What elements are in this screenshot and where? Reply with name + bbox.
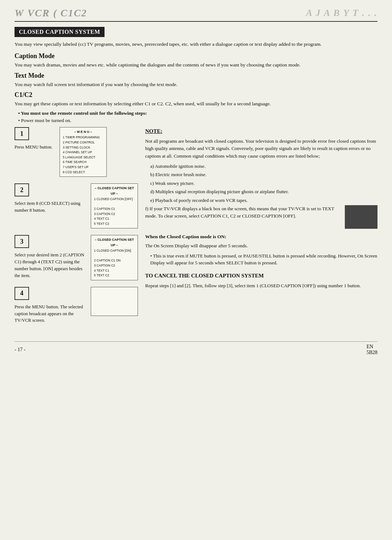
footer-page: - 17 - xyxy=(15,347,25,353)
note-item-d: d) Multiplex signal reception displaying… xyxy=(150,188,377,195)
step-1-menu-item-2: 2 PICTURE CONTROL xyxy=(63,140,103,145)
note-title: NOTE: xyxy=(145,127,377,135)
black-screen-box xyxy=(345,205,377,229)
on-para: The On Screen Display will disappear aft… xyxy=(145,242,377,249)
step-3-desc: Select your desired item 2 (CAPTION C1) … xyxy=(15,252,86,279)
footer: - 17 - EN 5B28 xyxy=(15,341,377,356)
note-item-f-section: f) If your TV/VCR displays a black box o… xyxy=(145,205,377,229)
step-2-menu-item-1: 1 CLOSED CAPTION [OFF] xyxy=(94,197,135,202)
step-3-menu-item-2 xyxy=(94,253,135,259)
note-item-b: b) Electric motor brush noise. xyxy=(150,171,377,178)
step-2-left: 2 Select item 8 (CCD SELECT) using numbe… xyxy=(15,183,86,214)
step-3-num: 3 xyxy=(15,235,29,248)
step-1-menu-item-5: 5 LANGUAGE SELECT xyxy=(63,155,103,160)
step-1: 1 Press MENU button. – M E N U – 1 TIMER… xyxy=(15,127,138,177)
step-4: 4 Press the MENU button. The selected ca… xyxy=(15,287,138,324)
step-3-menu-item-4: 3 CAPTION C2 xyxy=(94,263,135,268)
steps-column: 1 Press MENU button. – M E N U – 1 TIMER… xyxy=(15,127,138,330)
step-1-menu: – M E N U – 1 TIMER PROGRAMMING 2 PICTUR… xyxy=(60,127,107,177)
step-2-num: 2 xyxy=(15,183,29,196)
cancel-heading: TO CANCEL THE CLOSED CAPTION SYSTEM xyxy=(145,272,377,280)
step-1-num: 1 xyxy=(15,127,29,140)
step-2-menu-item-3: 2 CAPTION C1 xyxy=(94,207,135,212)
text-mode-text: You may watch full screen text informati… xyxy=(15,81,377,88)
text-mode-section: Text Mode You may watch full screen text… xyxy=(15,72,377,88)
step-3-menu-item-6: 5 TEXT C2 xyxy=(94,273,135,278)
caption-mode-section: Caption Mode You may watch dramas, movie… xyxy=(15,52,377,69)
cancel-text: Repeat steps [1] and [2]. Then, follow s… xyxy=(145,282,377,289)
top-header: W VCR ( C1C2 A J A B Y T . . . xyxy=(15,7,377,22)
header-left: W VCR ( C1C2 xyxy=(15,7,87,19)
step-3-left: 3 Select your desired item 2 (CAPTION C1… xyxy=(15,235,86,279)
c1c2-section: C1/C2 You may get these captions or text… xyxy=(15,91,377,107)
step-2-menu-item-2 xyxy=(94,202,135,207)
step-2-menu-item-5: 4 TEXT C1 xyxy=(94,216,135,222)
footer-lang: EN xyxy=(367,344,377,350)
note-para: Not all programs are broadcast with clos… xyxy=(145,138,377,159)
caption-mode-heading: Caption Mode xyxy=(15,52,377,60)
step-3-menu-item-1: 1 CLOSED CAPTION [ON] xyxy=(94,248,135,253)
footer-code: 5B28 xyxy=(367,350,377,356)
note-section: NOTE: Not all programs are broadcast wit… xyxy=(145,127,377,330)
step-2-menu-item-4: 3 CAPTION C2 xyxy=(94,212,135,217)
footer-right: EN 5B28 xyxy=(367,344,377,356)
step-1-desc: Press MENU button. xyxy=(15,144,53,151)
text-mode-heading: Text Mode xyxy=(15,72,377,80)
step-4-left: 4 Press the MENU button. The selected ca… xyxy=(15,287,86,324)
page: W VCR ( C1C2 A J A B Y T . . . CLOSED CA… xyxy=(0,0,392,540)
step-3-menu-item-5: 4 TEXT C1 xyxy=(94,268,135,273)
step-3-menu: – CLOSED CAPTION SET UP – 1 CLOSED CAPTI… xyxy=(91,235,138,280)
c1c2-text: You may get these captions or text infor… xyxy=(15,100,377,107)
step-4-desc: Press the MENU button. The selected capt… xyxy=(15,304,86,324)
on-bullet: • This is true even if MUTE button is pr… xyxy=(150,252,377,267)
step-1-menu-item-4: 4 CHANNEL SET UP xyxy=(63,150,103,155)
note-item-c: c) Weak snowy picture. xyxy=(150,180,377,187)
bullet-normal-1: • Power must be turned on. xyxy=(18,118,377,123)
step-3-menu-item-3: 2 CAPTION C1 ON xyxy=(94,258,135,263)
bullet-bold-1: • You must use the remote control unit f… xyxy=(18,110,377,116)
note-item-f-text: f) If your TV/VCR displays a black box o… xyxy=(145,205,341,220)
step-4-menu xyxy=(91,287,138,316)
step-1-menu-item-1: 1 TIMER PROGRAMMING xyxy=(63,135,103,140)
section-title: CLOSED CAPTION SYSTEM xyxy=(15,27,105,37)
step-1-menu-item-6: 6 TIME SEARCH xyxy=(63,160,103,165)
step-2-menu-item-6: 5 TEXT C2 xyxy=(94,222,135,227)
step-2-menu: – CLOSED CAPTION SET UP – 1 CLOSED CAPTI… xyxy=(91,183,138,228)
step-2-desc: Select item 8 (CCD SELECT) using number … xyxy=(15,200,86,214)
note-item-e: e) Playback of poorly recorded or worn V… xyxy=(150,197,377,204)
step-1-left: 1 Press MENU button. xyxy=(15,127,54,151)
note-item-a: a) Automobile ignition noise. xyxy=(150,163,377,170)
on-mode-heading: When the Closed Caption mode is ON: xyxy=(145,233,377,241)
step-2-menu-title: – CLOSED CAPTION SET UP – xyxy=(94,186,135,196)
step-1-menu-item-3: 3 SETTING CLOCK xyxy=(63,145,103,150)
step-2: 2 Select item 8 (CCD SELECT) using numbe… xyxy=(15,183,138,228)
intro-text: You may view specially labeled (cc) TV p… xyxy=(15,41,377,48)
step-1-menu-item-8: 8 CCD SELECT xyxy=(63,170,103,175)
caption-mode-text: You may watch dramas, movies and news et… xyxy=(15,61,377,69)
c1c2-heading: C1/C2 xyxy=(15,91,377,99)
step-1-menu-title: – M E N U – xyxy=(63,129,103,134)
step-4-num: 4 xyxy=(15,287,29,300)
step-1-menu-item-7: 7 USER'S SET UP xyxy=(63,165,103,170)
step-3: 3 Select your desired item 2 (CAPTION C1… xyxy=(15,235,138,280)
main-content: 1 Press MENU button. – M E N U – 1 TIMER… xyxy=(15,127,377,330)
header-right: A J A B Y T . . . xyxy=(306,8,377,19)
step-3-menu-title: – CLOSED CAPTION SET UP – xyxy=(94,237,135,248)
